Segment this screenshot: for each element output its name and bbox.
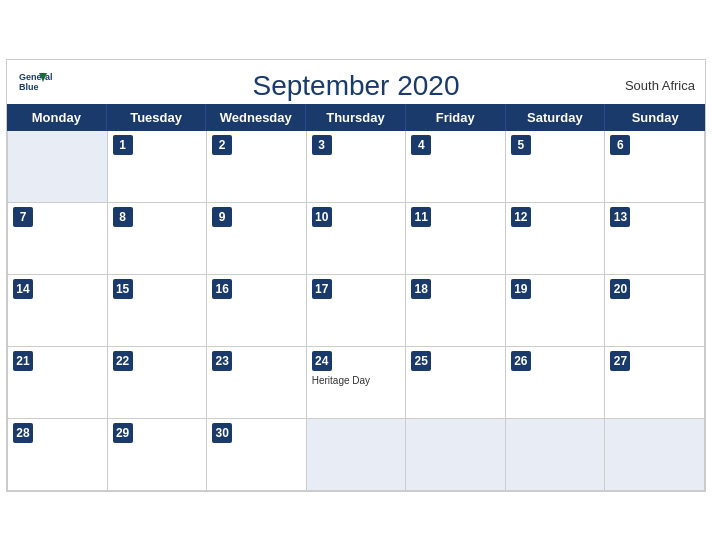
day-number: 23 — [212, 351, 232, 371]
day-cell: 13 — [605, 203, 705, 275]
day-cell: 3 — [307, 131, 407, 203]
day-number: 10 — [312, 207, 332, 227]
day-cell: 23 — [207, 347, 307, 419]
day-cell — [406, 419, 506, 491]
day-cell: 11 — [406, 203, 506, 275]
day-header-monday: Monday — [7, 104, 107, 131]
day-number: 26 — [511, 351, 531, 371]
day-cell: 18 — [406, 275, 506, 347]
day-cell: 5 — [506, 131, 606, 203]
day-cell — [8, 131, 108, 203]
day-number: 24 — [312, 351, 332, 371]
day-cell: 29 — [108, 419, 208, 491]
day-header-tuesday: Tuesday — [107, 104, 207, 131]
day-number: 12 — [511, 207, 531, 227]
day-cell: 21 — [8, 347, 108, 419]
day-number: 30 — [212, 423, 232, 443]
day-number: 21 — [13, 351, 33, 371]
day-number: 25 — [411, 351, 431, 371]
calendar-header: General Blue September 2020 South Africa — [7, 60, 705, 104]
day-number: 17 — [312, 279, 332, 299]
day-cell: 16 — [207, 275, 307, 347]
svg-text:General: General — [19, 72, 53, 82]
day-number: 18 — [411, 279, 431, 299]
calendar-region: South Africa — [625, 78, 695, 93]
day-cell: 12 — [506, 203, 606, 275]
day-number: 13 — [610, 207, 630, 227]
day-cell: 7 — [8, 203, 108, 275]
day-cell: 20 — [605, 275, 705, 347]
day-cell: 8 — [108, 203, 208, 275]
day-cell: 15 — [108, 275, 208, 347]
day-header-thursday: Thursday — [306, 104, 406, 131]
day-cell — [605, 419, 705, 491]
day-number: 16 — [212, 279, 232, 299]
day-number: 14 — [13, 279, 33, 299]
day-cell: 26 — [506, 347, 606, 419]
calendar: General Blue September 2020 South Africa… — [6, 59, 706, 492]
day-header-sunday: Sunday — [605, 104, 705, 131]
day-cell: 4 — [406, 131, 506, 203]
day-cell: 2 — [207, 131, 307, 203]
day-number: 28 — [13, 423, 33, 443]
calendar-grid: 123456789101112131415161718192021222324H… — [7, 131, 705, 491]
logo: General Blue — [17, 68, 53, 98]
day-cell: 22 — [108, 347, 208, 419]
day-number: 7 — [13, 207, 33, 227]
day-header-friday: Friday — [406, 104, 506, 131]
day-number: 4 — [411, 135, 431, 155]
day-number: 11 — [411, 207, 431, 227]
day-cell: 10 — [307, 203, 407, 275]
day-number: 5 — [511, 135, 531, 155]
day-cell: 1 — [108, 131, 208, 203]
day-cell: 14 — [8, 275, 108, 347]
day-cell: 9 — [207, 203, 307, 275]
day-number: 15 — [113, 279, 133, 299]
day-number: 8 — [113, 207, 133, 227]
day-headers-row: MondayTuesdayWednesdayThursdayFridaySatu… — [7, 104, 705, 131]
day-cell: 30 — [207, 419, 307, 491]
day-header-saturday: Saturday — [506, 104, 606, 131]
day-cell: 27 — [605, 347, 705, 419]
day-cell: 19 — [506, 275, 606, 347]
day-number: 27 — [610, 351, 630, 371]
day-cell: 28 — [8, 419, 108, 491]
calendar-title: September 2020 — [27, 70, 685, 102]
day-cell — [307, 419, 407, 491]
day-cell: 17 — [307, 275, 407, 347]
day-number: 1 — [113, 135, 133, 155]
day-event: Heritage Day — [312, 375, 370, 386]
day-number: 3 — [312, 135, 332, 155]
day-number: 20 — [610, 279, 630, 299]
day-number: 2 — [212, 135, 232, 155]
day-number: 29 — [113, 423, 133, 443]
day-number: 22 — [113, 351, 133, 371]
day-number: 19 — [511, 279, 531, 299]
svg-text:Blue: Blue — [19, 82, 39, 92]
day-number: 6 — [610, 135, 630, 155]
day-number: 9 — [212, 207, 232, 227]
day-header-wednesday: Wednesday — [206, 104, 306, 131]
day-cell: 6 — [605, 131, 705, 203]
day-cell — [506, 419, 606, 491]
day-cell: 24Heritage Day — [307, 347, 407, 419]
day-cell: 25 — [406, 347, 506, 419]
